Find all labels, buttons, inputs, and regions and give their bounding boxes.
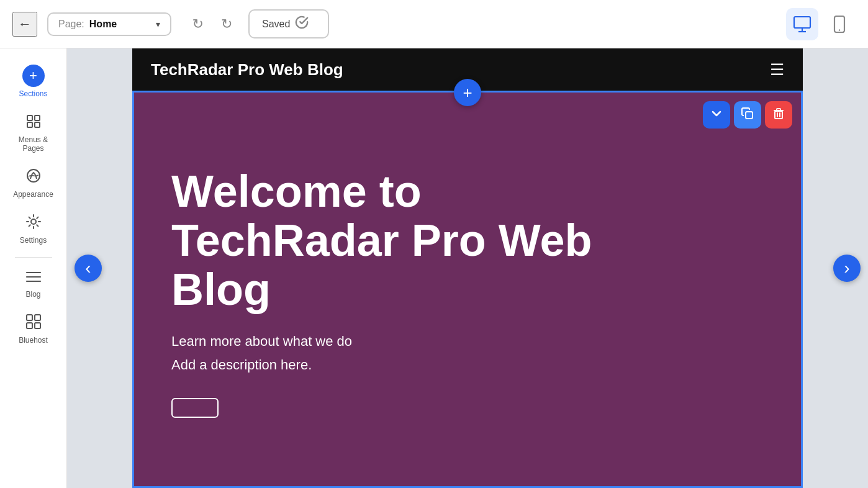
hero-heading[interactable]: Welcome to TechRadar Pro Web Blog xyxy=(171,167,606,315)
svg-rect-17 xyxy=(35,323,40,328)
left-arrow-icon: ‹ xyxy=(85,260,91,277)
hero-subtitle[interactable]: Learn more about what we do xyxy=(171,333,764,350)
undo-button[interactable]: ↺ xyxy=(186,12,210,36)
saved-check-icon xyxy=(295,16,309,32)
svg-rect-8 xyxy=(35,122,40,127)
editor-area: ‹ › TechRadar Pro Web Blog ☰ + xyxy=(67,48,868,488)
sidebar-item-sections[interactable]: + Sections xyxy=(6,58,61,104)
page-chevron-icon: ▾ xyxy=(156,19,160,29)
svg-point-10 xyxy=(31,219,36,224)
settings-label: Settings xyxy=(20,236,47,245)
sidebar-divider xyxy=(15,257,52,258)
main-area: + Sections Menus & Pages xyxy=(0,48,868,488)
add-section-button[interactable]: + xyxy=(454,79,481,106)
svg-rect-7 xyxy=(27,122,32,127)
svg-rect-14 xyxy=(27,315,32,320)
saved-label: Saved xyxy=(262,19,290,30)
svg-rect-5 xyxy=(27,115,32,120)
page-label: Page: xyxy=(58,19,84,30)
undo-redo-group: ↺ ↻ xyxy=(186,12,238,36)
website-canvas: TechRadar Pro Web Blog ☰ + xyxy=(132,48,803,488)
mobile-view-button[interactable] xyxy=(823,8,856,40)
hero-cta-button[interactable] xyxy=(171,398,219,418)
desktop-view-button[interactable] xyxy=(786,8,818,40)
sections-label: Sections xyxy=(19,89,47,98)
site-navbar-title: TechRadar Pro Web Blog xyxy=(151,60,343,79)
appearance-label: Appearance xyxy=(13,190,53,199)
sidebar-item-blog[interactable]: Blog xyxy=(6,264,61,305)
delete-icon xyxy=(772,107,785,124)
back-button[interactable]: ← xyxy=(12,12,37,37)
sidebar-item-bluehost[interactable]: Bluehost xyxy=(6,307,61,351)
section-actions xyxy=(703,101,792,129)
svg-rect-6 xyxy=(35,115,40,120)
topbar: ← Page: Home ▾ ↺ ↻ Saved xyxy=(0,0,868,48)
svg-rect-18 xyxy=(746,112,753,119)
hero-section[interactable]: + xyxy=(132,91,803,488)
redo-icon: ↻ xyxy=(221,16,232,32)
svg-rect-0 xyxy=(794,17,810,28)
sidebar-item-appearance[interactable]: Appearance xyxy=(6,161,61,205)
sidebar: + Sections Menus & Pages xyxy=(0,48,67,488)
collapse-icon xyxy=(710,107,723,124)
right-arrow-icon: › xyxy=(844,260,849,277)
saved-status: Saved xyxy=(248,9,329,38)
svg-point-4 xyxy=(839,29,840,30)
duplicate-section-button[interactable] xyxy=(734,101,761,129)
undo-icon: ↺ xyxy=(192,16,204,32)
prev-section-button[interactable]: ‹ xyxy=(75,255,102,282)
next-section-button[interactable]: › xyxy=(833,255,861,282)
sidebar-item-settings[interactable]: Settings xyxy=(6,207,61,251)
canvas-wrapper: ‹ › TechRadar Pro Web Blog ☰ + xyxy=(67,48,868,488)
svg-rect-15 xyxy=(35,315,40,320)
hero-description[interactable]: Add a description here. xyxy=(171,357,764,373)
view-toggle xyxy=(786,8,856,40)
collapse-section-button[interactable] xyxy=(703,101,730,129)
menus-icon xyxy=(25,113,42,133)
delete-section-button[interactable] xyxy=(765,101,792,129)
duplicate-icon xyxy=(741,107,754,124)
blog-label: Blog xyxy=(25,290,40,299)
hamburger-icon[interactable]: ☰ xyxy=(770,60,784,79)
svg-rect-16 xyxy=(27,323,32,328)
appearance-icon xyxy=(25,168,42,188)
sidebar-item-menus[interactable]: Menus & Pages xyxy=(6,107,61,159)
bluehost-icon xyxy=(25,314,42,333)
page-selector[interactable]: Page: Home ▾ xyxy=(47,12,171,36)
blog-icon xyxy=(25,270,42,287)
page-name: Home xyxy=(89,19,117,30)
add-section-icon: + xyxy=(22,65,45,87)
add-section-icon: + xyxy=(463,83,472,102)
back-icon: ← xyxy=(18,16,32,32)
settings-icon xyxy=(25,214,42,233)
redo-button[interactable]: ↻ xyxy=(215,12,238,36)
svg-rect-19 xyxy=(775,111,782,119)
bluehost-label: Bluehost xyxy=(19,336,48,345)
menus-label: Menus & Pages xyxy=(9,135,58,153)
